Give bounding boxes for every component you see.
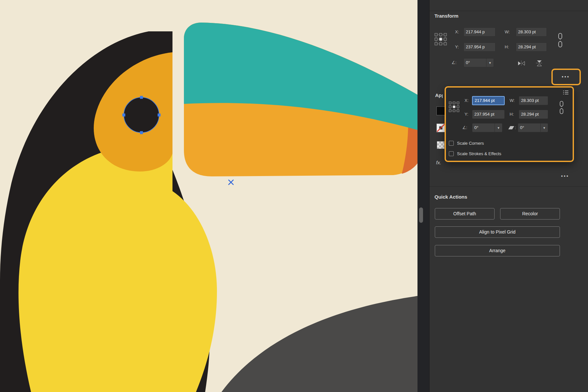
- popup-rotate-angle-icon: ∠:: [462, 123, 467, 132]
- w-label: W:: [505, 27, 510, 37]
- stroke-color-swatch[interactable]: [436, 123, 445, 134]
- scale-strokes-effects-checkbox[interactable]: [449, 151, 454, 156]
- appearance-more-options-button[interactable]: •••: [558, 172, 572, 180]
- scale-corners-label: Scale Corners: [457, 141, 484, 146]
- offset-path-button[interactable]: Offset Path: [435, 208, 495, 220]
- x-input[interactable]: 217.944 p: [464, 27, 496, 37]
- x-label: X:: [455, 27, 459, 37]
- popup-reference-point-locator-icon[interactable]: [448, 101, 460, 114]
- opacity-swatch[interactable]: [437, 141, 445, 149]
- properties-panel: Transform X: 217.944 p W: 28.303 pt Y: 2…: [429, 0, 588, 392]
- popup-shear-input[interactable]: 0°: [518, 123, 541, 132]
- popup-shear-dropdown-chevron-icon[interactable]: ▾: [540, 123, 548, 132]
- reference-point-locator-icon[interactable]: [433, 32, 448, 48]
- panel-scrollbar[interactable]: [419, 207, 423, 223]
- h-input[interactable]: 28.294 pt: [516, 42, 547, 52]
- fx-button[interactable]: fx.: [436, 160, 441, 165]
- selection-handle-bottom[interactable]: [140, 131, 143, 134]
- scale-corners-checkbox[interactable]: [449, 141, 454, 146]
- constrain-proportions-link-icon[interactable]: [556, 33, 564, 49]
- selection-handle-top[interactable]: [140, 96, 143, 99]
- popup-y-label: Y:: [465, 110, 468, 119]
- rotate-angle-dropdown-chevron-icon[interactable]: ▾: [486, 58, 494, 67]
- popup-rotate-input[interactable]: 0°: [472, 123, 495, 132]
- y-input[interactable]: 237.954 p: [464, 42, 496, 52]
- popup-w-label: W:: [510, 96, 515, 105]
- transform-section-title: Transform: [434, 13, 458, 19]
- scale-strokes-effects-label: Scale Strokes & Effects: [457, 151, 501, 156]
- selection-handle-left[interactable]: [122, 114, 125, 117]
- popup-rotate-dropdown-chevron-icon[interactable]: ▾: [495, 123, 502, 132]
- w-input[interactable]: 28.303 pt: [516, 27, 547, 37]
- popup-shear-colon: :: [515, 123, 516, 132]
- artboard-canvas: [0, 0, 417, 392]
- rotate-angle-input[interactable]: 0°: [464, 58, 486, 67]
- h-label: H:: [505, 42, 509, 52]
- popup-h-label: H:: [510, 110, 514, 119]
- align-to-pixel-grid-button[interactable]: Align to Pixel Grid: [435, 226, 560, 238]
- popup-w-input[interactable]: 28.303 pt: [519, 96, 548, 105]
- popup-h-input[interactable]: 28.294 pt: [519, 110, 548, 119]
- popup-x-input[interactable]: 217.944 pt: [472, 96, 505, 105]
- transform-popup: X: 217.944 pt W: 28.303 pt Y: 237.954 pt…: [445, 86, 574, 162]
- fill-color-swatch[interactable]: [436, 106, 445, 115]
- arrange-button[interactable]: Arrange: [435, 245, 560, 256]
- panel-top-divider: [430, 11, 588, 11]
- appearance-section-title: Appearance: [435, 92, 443, 98]
- popup-y-input[interactable]: 237.954 pt: [472, 110, 505, 119]
- flip-vertical-icon[interactable]: [535, 59, 544, 68]
- flip-horizontal-icon[interactable]: [517, 60, 526, 68]
- recolor-button[interactable]: Recolor: [500, 208, 560, 220]
- transform-more-options-button[interactable]: •••: [558, 73, 573, 81]
- popup-x-label: X:: [465, 96, 468, 105]
- selection-handle-right[interactable]: [158, 114, 161, 117]
- shear-icon: [508, 125, 514, 132]
- popup-menu-icon[interactable]: [562, 90, 569, 97]
- panel-dock-strip: [417, 0, 429, 392]
- popup-constrain-proportions-link-icon[interactable]: [558, 101, 565, 116]
- quick-actions-divider: [430, 186, 588, 187]
- rotate-angle-icon: ∠:: [451, 58, 456, 67]
- quick-actions-section-title: Quick Actions: [434, 194, 467, 200]
- y-label: Y:: [455, 42, 459, 52]
